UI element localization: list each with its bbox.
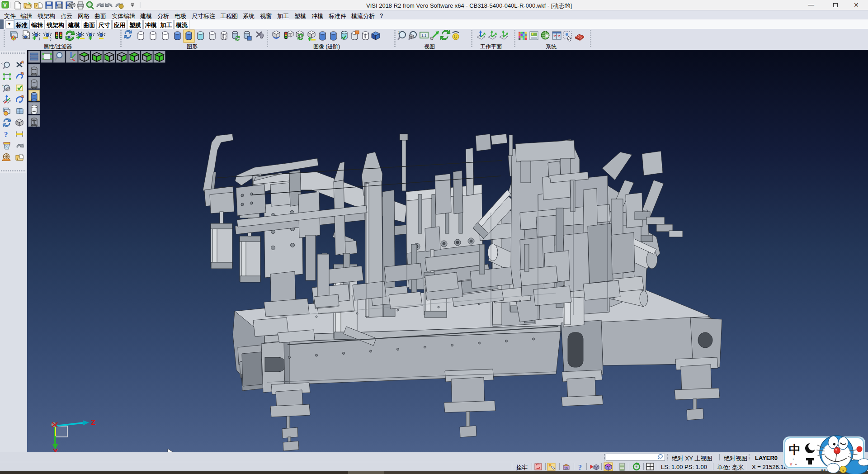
svg-text:Y: Y (53, 447, 58, 452)
svg-text:中: 中 (789, 443, 801, 456)
svg-text:Z: Z (91, 418, 95, 427)
svg-text:Y: Y (789, 462, 793, 467)
svg-text:’: ’ (793, 457, 794, 464)
svg-text:。: 。 (795, 459, 801, 466)
